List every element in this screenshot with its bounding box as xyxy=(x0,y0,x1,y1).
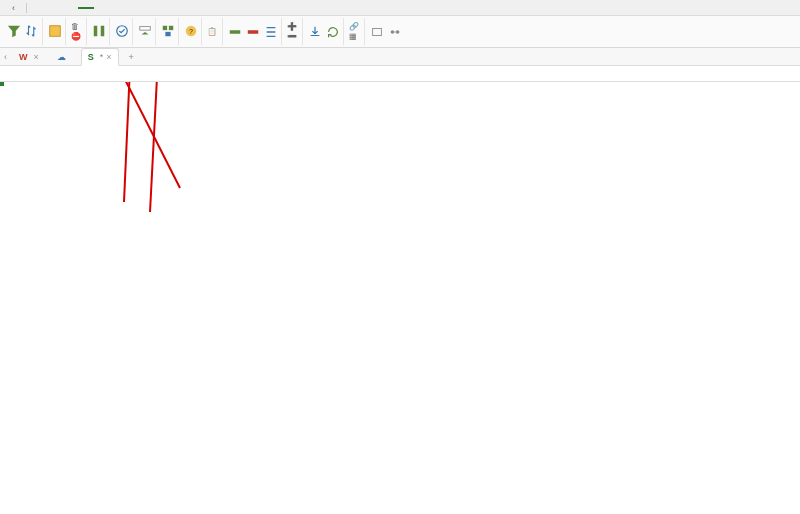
doc-tab-sheet1[interactable]: S * × xyxy=(81,48,119,66)
ribbon-grp-record[interactable]: 📋 xyxy=(204,18,223,45)
ribbon-grp-remove-dup[interactable]: 🗑 ⛔ xyxy=(68,18,87,45)
svg-text:?: ? xyxy=(189,28,193,35)
group-cancel-icon xyxy=(246,25,260,39)
remove-dup-icon: 🗑 xyxy=(71,22,79,31)
svg-point-3 xyxy=(117,26,128,37)
wps-icon: W xyxy=(19,52,28,62)
group-create-icon xyxy=(228,25,242,39)
ribbon-grp-split[interactable] xyxy=(89,18,110,45)
reject-dup-icon: ⛔ xyxy=(71,32,81,41)
ribbon-grp-consolidate[interactable] xyxy=(158,18,179,45)
tab-back-icon[interactable]: ‹ xyxy=(4,52,7,62)
svg-rect-0 xyxy=(50,26,61,37)
sort-icon xyxy=(25,24,39,38)
import-icon xyxy=(308,25,322,39)
split-icon xyxy=(92,24,106,38)
ribbon-grp-group[interactable] xyxy=(225,18,282,45)
menu-left-arrow[interactable]: ‹ xyxy=(4,0,23,16)
ribbon-grp-dropdown[interactable] xyxy=(135,18,156,45)
svg-point-13 xyxy=(391,30,395,34)
show-detail-icon: ➕ xyxy=(287,22,297,31)
ribbon-grp-highlight[interactable] xyxy=(45,18,66,45)
svg-rect-12 xyxy=(373,28,382,35)
svg-line-17 xyxy=(108,82,180,188)
annotation-arrows xyxy=(0,82,800,514)
sheet-icon: S xyxy=(88,52,94,62)
whatif-icon: ? xyxy=(184,24,198,38)
close-icon[interactable]: × xyxy=(106,52,111,62)
svg-rect-5 xyxy=(163,26,167,30)
cloud-icon: ☁ xyxy=(57,52,66,62)
svg-rect-7 xyxy=(165,32,170,36)
funnel-icon xyxy=(7,24,21,38)
validity-icon xyxy=(115,24,129,38)
doc-tab-mywps[interactable]: W × xyxy=(13,48,45,66)
data-range-icon: ▦ xyxy=(349,32,357,41)
ribbon-grp-apply[interactable] xyxy=(4,18,43,45)
dropdown-icon xyxy=(138,24,152,38)
ribbon-grp-validity[interactable] xyxy=(112,18,133,45)
close-icon[interactable]: × xyxy=(34,52,39,62)
highlight-dup-icon xyxy=(48,24,62,38)
refresh-icon xyxy=(326,25,340,39)
svg-rect-11 xyxy=(248,30,259,34)
ribbon: 🗑 ⛔ ? 📋 xyxy=(0,16,800,48)
record-icon: 📋 xyxy=(207,27,217,36)
svg-rect-10 xyxy=(230,30,241,34)
svg-line-16 xyxy=(150,82,160,212)
svg-rect-6 xyxy=(169,26,173,30)
edit-conn-icon: 🔗 xyxy=(349,22,359,31)
doc-tabs: ‹ W × ☁ S * × + xyxy=(0,48,800,66)
ribbon-grp-import[interactable] xyxy=(305,18,344,45)
existing-conn-icon xyxy=(370,25,384,39)
grid-area[interactable] xyxy=(0,82,800,514)
svg-rect-4 xyxy=(140,27,151,31)
ribbon-grp-detail[interactable]: ➕ ➖ xyxy=(284,18,303,45)
svg-line-15 xyxy=(124,82,132,202)
menu-data[interactable] xyxy=(78,7,94,9)
ribbon-grp-conn[interactable] xyxy=(367,18,405,45)
hide-detail-icon: ➖ xyxy=(287,32,297,41)
subtotal-icon xyxy=(264,25,278,39)
svg-point-14 xyxy=(396,30,400,34)
svg-rect-2 xyxy=(101,26,105,37)
dirty-icon: * xyxy=(100,52,104,62)
consolidate-icon xyxy=(161,24,175,38)
conn-icon xyxy=(388,25,402,39)
add-tab-icon[interactable]: + xyxy=(125,52,138,62)
svg-rect-1 xyxy=(94,26,98,37)
formula-bar xyxy=(0,66,800,82)
doc-tab-cloud[interactable]: ☁ xyxy=(51,48,75,66)
ribbon-grp-conn-prop[interactable]: 🔗 ▦ xyxy=(346,18,365,45)
ribbon-grp-whatif[interactable]: ? xyxy=(181,18,202,45)
